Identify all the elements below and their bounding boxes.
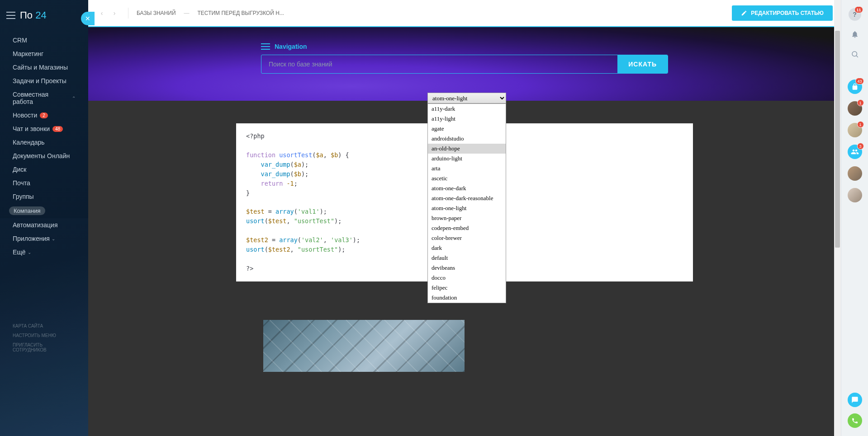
badge: 3 (857, 143, 864, 150)
nav-calendar[interactable]: Календарь (0, 136, 88, 149)
badge: 48 (52, 126, 63, 132)
badge: 43 (855, 78, 863, 84)
search-icon[interactable] (849, 48, 861, 61)
avatar-5[interactable] (848, 188, 862, 202)
badge: 2 (40, 113, 48, 118)
theme-option[interactable]: arduino-light (428, 154, 506, 164)
nav-sites[interactable]: Сайты и Магазины (0, 61, 88, 74)
svg-line-1 (856, 56, 858, 57)
theme-option[interactable]: foundation (428, 293, 506, 303)
search-input[interactable] (261, 55, 617, 73)
nav-auto[interactable]: Автоматизация (0, 218, 88, 232)
theme-option[interactable]: a11y-dark (428, 104, 506, 114)
logo-text-1: По (20, 9, 35, 21)
search-button[interactable]: ИСКАТЬ (617, 55, 668, 73)
nav-apps[interactable]: Приложения⌄ (0, 232, 88, 245)
theme-option[interactable]: brown-paper (428, 213, 506, 223)
logo-row: По 24 ✕ (0, 0, 88, 31)
breadcrumb-root[interactable]: БАЗЫ ЗНАНИЙ (137, 10, 176, 16)
chevron-down-icon: ⌄ (28, 250, 31, 255)
content-image (263, 320, 465, 372)
theme-option[interactable]: docco (428, 273, 506, 283)
breadcrumb-sep: — (184, 10, 190, 16)
nav-toggle-label: Navigation (275, 43, 307, 50)
hero-section: Navigation ИСКАТЬ (88, 26, 841, 101)
nav-docs[interactable]: Документы Онлайн (0, 149, 88, 163)
breadcrumb: БАЗЫ ЗНАНИЙ — ТЕСТИМ ПЕРЕД ВЫГРУЗКОЙ Н..… (137, 10, 284, 16)
theme-dropdown-list[interactable]: a11y-darka11y-lightagateandroidstudioan-… (427, 103, 506, 303)
sitemap-link[interactable]: КАРТА САЙТА (0, 321, 88, 331)
collapse-sidebar-button[interactable]: ✕ (81, 12, 95, 25)
invite-link[interactable]: ПРИГЛАСИТЬ СОТРУДНИКОВ (0, 340, 88, 355)
nav-marketing[interactable]: Маркетинг (0, 47, 88, 61)
configure-menu-link[interactable]: НАСТРОИТЬ МЕНЮ (0, 331, 88, 340)
nav-more[interactable]: Ещё⌄ (0, 245, 88, 259)
svg-point-0 (852, 52, 857, 56)
theme-option[interactable]: ascetic (428, 173, 506, 183)
nav-footer: КАРТА САЙТА НАСТРОИТЬ МЕНЮ ПРИГЛАСИТЬ СО… (0, 321, 88, 355)
theme-option[interactable]: a11y-light (428, 114, 506, 124)
nav-crm[interactable]: CRM (0, 33, 88, 47)
navigation-toggle[interactable]: Navigation (261, 37, 668, 55)
nav-mail[interactable]: Почта (0, 176, 88, 190)
avatar-1[interactable]: 1 (848, 101, 862, 116)
nav-collab[interactable]: Совместная работа⌃ (0, 88, 88, 108)
theme-option[interactable]: atom-one-dark-reasonable (428, 193, 506, 203)
chat-icon[interactable] (848, 393, 862, 407)
theme-selector: atom-one-light a11y-darka11y-lightagatea… (427, 93, 506, 303)
left-sidebar: По 24 ✕ CRM Маркетинг Сайты и Магазины З… (0, 0, 88, 436)
nav-tasks[interactable]: Задачи и Проекты (0, 74, 88, 88)
theme-option[interactable]: atom-one-dark (428, 183, 506, 193)
lock-icon[interactable]: 43 (848, 80, 862, 94)
theme-option[interactable]: devibeans (428, 263, 506, 273)
nav-company[interactable]: Компания (0, 203, 88, 218)
theme-option[interactable]: color-brewer (428, 233, 506, 243)
theme-option[interactable]: arta (428, 164, 506, 173)
avatar-4[interactable] (848, 166, 862, 181)
theme-option[interactable]: an-old-hope (428, 144, 506, 154)
theme-option[interactable]: atom-one-light (428, 203, 506, 213)
nav-news[interactable]: Новости2 (0, 108, 88, 122)
theme-option[interactable]: agate (428, 124, 506, 134)
help-icon[interactable]: ? 11 (849, 8, 861, 21)
pencil-icon (741, 10, 747, 16)
forward-button[interactable]: › (109, 8, 120, 19)
nav-groups[interactable]: Группы (0, 190, 88, 203)
nav-chat[interactable]: Чат и звонки48 (0, 122, 88, 136)
main-scrollbar[interactable] (834, 0, 841, 436)
nav-disk[interactable]: Диск (0, 163, 88, 176)
nav-arrows: ‹ › (96, 8, 128, 19)
edit-article-button[interactable]: РЕДАКТИРОВАТЬ СТАТЬЮ (732, 5, 833, 21)
search-row: ИСКАТЬ (261, 55, 668, 74)
badge: 1 (857, 99, 864, 106)
chevron-up-icon: ⌃ (72, 96, 76, 101)
phone-icon[interactable] (848, 413, 862, 428)
logo-text-2: 24 (35, 9, 46, 21)
theme-option[interactable]: felipec (428, 283, 506, 293)
hamburger-icon[interactable] (6, 12, 15, 19)
back-button[interactable]: ‹ (96, 8, 107, 19)
nav-list: CRM Маркетинг Сайты и Магазины Задачи и … (0, 31, 88, 262)
avatar-2[interactable]: 1 (848, 123, 862, 137)
hamburger-icon (261, 43, 270, 50)
breadcrumb-page[interactable]: ТЕСТИМ ПЕРЕД ВЫГРУЗКОЙ Н... (198, 10, 284, 16)
topbar: ‹ › БАЗЫ ЗНАНИЙ — ТЕСТИМ ПЕРЕД ВЫГРУЗКОЙ… (88, 0, 841, 26)
theme-option[interactable]: androidstudio (428, 134, 506, 144)
scrollbar-thumb[interactable] (835, 31, 840, 248)
group-avatar[interactable]: 3 (848, 145, 862, 159)
theme-select[interactable]: atom-one-light (427, 93, 506, 103)
hero-partial-text (261, 27, 668, 37)
app-logo[interactable]: По 24 (20, 9, 47, 21)
right-rail: ? 11 43 1 1 3 (841, 0, 868, 436)
chevron-down-icon: ⌄ (52, 236, 55, 241)
badge: 1 (857, 121, 864, 128)
theme-option[interactable]: dark (428, 243, 506, 253)
theme-option[interactable]: codepen-embed (428, 223, 506, 233)
bell-icon[interactable] (849, 28, 861, 41)
badge: 11 (854, 6, 863, 13)
edit-label: РЕДАКТИРОВАТЬ СТАТЬЮ (751, 10, 824, 16)
main-area: ‹ › БАЗЫ ЗНАНИЙ — ТЕСТИМ ПЕРЕД ВЫГРУЗКОЙ… (88, 0, 841, 436)
theme-option[interactable]: default (428, 253, 506, 263)
